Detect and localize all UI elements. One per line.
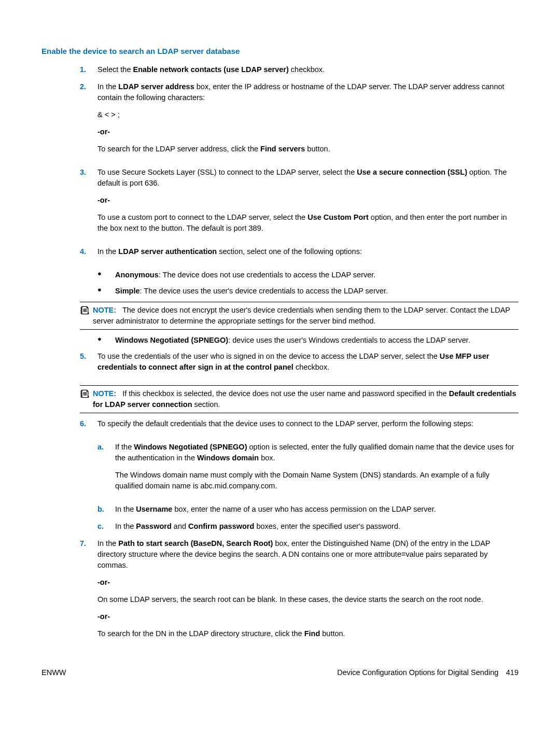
step-text: On some LDAP servers, the search root ca… [97, 594, 519, 605]
substep-letter: b. [97, 504, 115, 515]
footer-right: Device Configuration Options for Digital… [337, 667, 519, 678]
substep-text: The Windows domain name must comply with… [115, 470, 519, 491]
step-body: Select the Enable network contacts (use … [97, 64, 519, 75]
bullet-text: Anonymous: The device does not use crede… [115, 270, 519, 280]
step-body: To specify the default credentials that … [97, 418, 519, 435]
step-text: In the LDAP server address box, enter th… [97, 81, 519, 103]
note-icon [80, 305, 90, 315]
step-5: 5. To use the credentials of the user wh… [80, 351, 519, 379]
substep-a: a. If the Windows Negotiated (SPNEGO) op… [97, 442, 519, 498]
or-text: -or- [97, 195, 519, 206]
substep-text: If the Windows Negotiated (SPNEGO) optio… [115, 442, 519, 463]
note-text: NOTE: The device does not encrypt the us… [93, 305, 519, 327]
note-label: NOTE: [93, 306, 116, 314]
substep-body: If the Windows Negotiated (SPNEGO) optio… [115, 442, 519, 498]
step-6: 6. To specify the default credentials th… [80, 418, 519, 435]
or-text: -or- [97, 126, 519, 137]
substep-letter: a. [97, 442, 115, 498]
or-bold: -or- [97, 196, 110, 204]
note-body: If this checkbox is selected, the device… [93, 389, 516, 409]
step-2: 2. In the LDAP server address box, enter… [80, 81, 519, 161]
note-icon [80, 389, 90, 399]
step-body: In the Path to start search (BaseDN, Sea… [97, 538, 519, 645]
step-body: In the LDAP server address box, enter th… [97, 81, 519, 161]
note-box: NOTE: If this checkbox is selected, the … [80, 385, 519, 413]
section-heading: Enable the device to search an LDAP serv… [41, 46, 519, 57]
substep-body: In the Username box, enter the name of a… [115, 504, 519, 515]
note-text: NOTE: If this checkbox is selected, the … [93, 388, 519, 410]
or-text: -or- [97, 577, 519, 588]
step-text: To specify the default credentials that … [97, 418, 519, 429]
step-number: 3. [80, 167, 97, 240]
step-text: To search for the LDAP server address, c… [97, 144, 519, 154]
substep-body: In the Password and Confirm password box… [115, 521, 519, 532]
or-text: -or- [97, 611, 519, 622]
page-footer: ENWW Device Configuration Options for Di… [41, 667, 519, 678]
step-text: To use a custom port to connect to the L… [97, 212, 519, 234]
step-text: To use Secure Sockets Layer (SSL) to con… [97, 167, 519, 189]
step-number: 6. [80, 418, 97, 435]
note-label: NOTE: [93, 389, 116, 398]
step-number: 1. [80, 64, 97, 75]
step-4: 4. In the LDAP server authentication sec… [80, 246, 519, 263]
note-box: NOTE: The device does not encrypt the us… [80, 302, 519, 330]
substep-letter: c. [97, 521, 115, 532]
bullet-text: Windows Negotiated (SPNEGO): device uses… [115, 335, 519, 346]
bullet-marker: ● [97, 286, 115, 297]
step-text: In the Path to start search (BaseDN, Sea… [97, 538, 519, 571]
code-chars: & < > ; [97, 109, 519, 120]
bullet-marker: ● [97, 270, 115, 280]
step-number: 5. [80, 351, 97, 379]
content-block: 1. Select the Enable network contacts (u… [80, 64, 519, 646]
step-body: To use Secure Sockets Layer (SSL) to con… [97, 167, 519, 240]
step-text: In the LDAP server authentication sectio… [97, 246, 519, 257]
note-body: The device does not encrypt the user's d… [93, 306, 510, 325]
step-number: 7. [80, 538, 97, 645]
step-1: 1. Select the Enable network contacts (u… [80, 64, 519, 75]
step-text: To use the credentials of the user who i… [97, 351, 519, 373]
footer-left: ENWW [41, 667, 66, 678]
step-body: To use the credentials of the user who i… [97, 351, 519, 379]
substep-c: c. In the Password and Confirm password … [97, 521, 519, 532]
substep-b: b. In the Username box, enter the name o… [97, 504, 519, 515]
or-bold: -or- [97, 578, 110, 586]
step-body: In the LDAP server authentication sectio… [97, 246, 519, 263]
step-3: 3. To use Secure Sockets Layer (SSL) to … [80, 167, 519, 240]
step-number: 4. [80, 246, 97, 263]
bullet-anonymous: ● Anonymous: The device does not use cre… [97, 270, 519, 280]
step-text: To search for the DN in the LDAP directo… [97, 628, 519, 639]
or-bold: -or- [97, 612, 110, 621]
step-number: 2. [80, 81, 97, 161]
bullet-text: Simple: The device uses the user's devic… [115, 286, 519, 297]
bullet-marker: ● [97, 335, 115, 346]
bullet-simple: ● Simple: The device uses the user's dev… [97, 286, 519, 297]
step-7: 7. In the Path to start search (BaseDN, … [80, 538, 519, 645]
bullet-spnego: ● Windows Negotiated (SPNEGO): device us… [97, 335, 519, 346]
or-bold: -or- [97, 128, 110, 136]
